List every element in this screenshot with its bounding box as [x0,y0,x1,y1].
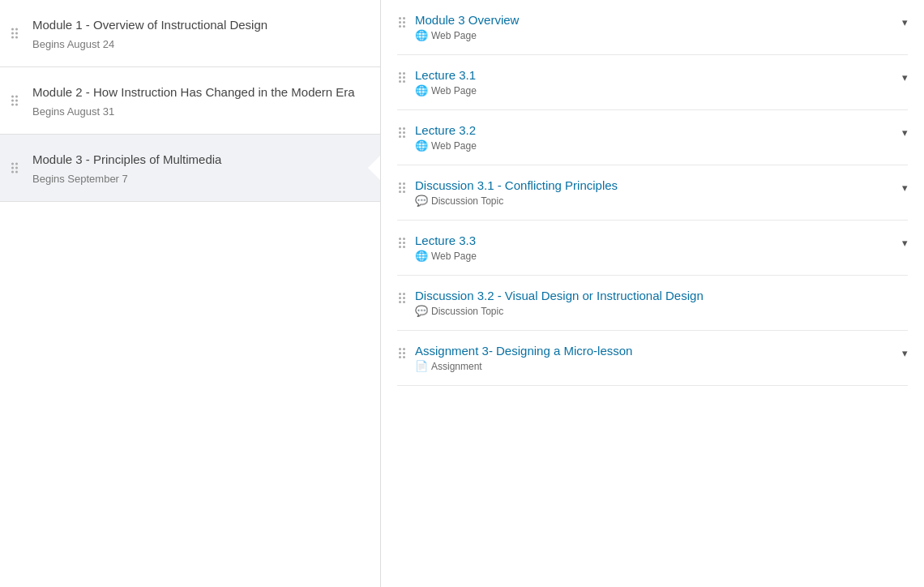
module-item-2[interactable]: Module 2 - How Instruction Has Changed i… [0,67,380,135]
globe-icon-3: 🌐 [415,139,428,152]
content-item-5: Lecture 3.3 🌐 Web Page ▾ [397,221,908,276]
module-title-1: Module 1 - Overview of Instructional Des… [32,16,364,33]
drag-handle-2 [10,94,19,108]
content-info-4: Discussion 3.1 - Conflicting Principles … [415,178,894,207]
content-info-7: Assignment 3- Designing a Micro-lesson 📄… [415,344,894,372]
content-type-7: 📄 Assignment [415,360,894,372]
globe-icon-4: 🌐 [415,250,428,262]
content-type-3: 🌐 Web Page [415,139,894,152]
module-date-2: Begins August 31 [32,105,364,118]
drag-handle-3 [10,161,19,175]
left-panel: Module 1 - Overview of Instructional Des… [0,0,381,587]
module-title-2: Module 2 - How Instruction Has Changed i… [32,84,364,101]
module-date-1: Begins August 24 [32,38,364,50]
content-info-3: Lecture 3.2 🌐 Web Page [415,123,894,152]
content-title-3[interactable]: Lecture 3.2 [415,123,476,137]
chevron-btn-4[interactable]: ▾ [902,182,908,194]
content-drag-4 [397,181,407,195]
chevron-btn-3[interactable]: ▾ [902,126,908,139]
content-item-1: Module 3 Overview 🌐 Web Page ▾ [397,0,908,55]
content-title-1[interactable]: Module 3 Overview [415,13,519,27]
content-item-2: Lecture 3.1 🌐 Web Page ▾ [397,55,908,110]
content-type-5: 🌐 Web Page [415,250,894,262]
content-type-4: 💬 Discussion Topic [415,195,894,207]
right-panel: Module 3 Overview 🌐 Web Page ▾ Lecture 3… [381,0,924,587]
content-type-1: 🌐 Web Page [415,29,894,41]
content-drag-3 [397,126,407,139]
module-item-1[interactable]: Module 1 - Overview of Instructional Des… [0,0,380,67]
content-item-6: Discussion 3.2 - Visual Design or Instru… [397,276,908,331]
content-type-2: 🌐 Web Page [415,84,894,96]
content-title-4[interactable]: Discussion 3.1 - Conflicting Principles [415,178,618,192]
discussion-icon-2: 💬 [415,305,428,317]
chevron-btn-1[interactable]: ▾ [902,16,908,28]
discussion-icon-1: 💬 [415,195,428,207]
globe-icon-2: 🌐 [415,84,428,96]
content-info-2: Lecture 3.1 🌐 Web Page [415,68,894,96]
content-drag-2 [397,71,407,84]
globe-icon-1: 🌐 [415,29,428,41]
module-item-3[interactable]: Module 3 - Principles of Multimedia Begi… [0,135,380,202]
content-drag-6 [397,291,407,305]
content-info-6: Discussion 3.2 - Visual Design or Instru… [415,289,908,317]
chevron-btn-2[interactable]: ▾ [902,71,908,84]
content-drag-5 [397,236,407,250]
content-title-6[interactable]: Discussion 3.2 - Visual Design or Instru… [415,289,704,302]
chevron-btn-7[interactable]: ▾ [902,347,908,359]
content-title-2[interactable]: Lecture 3.1 [415,68,476,82]
content-title-7[interactable]: Assignment 3- Designing a Micro-lesson [415,344,632,358]
content-info-5: Lecture 3.3 🌐 Web Page [415,234,894,262]
content-type-6: 💬 Discussion Topic [415,305,908,317]
module-title-3: Module 3 - Principles of Multimedia [32,151,364,168]
content-drag-7 [397,346,407,360]
content-drag-1 [397,15,407,29]
content-title-5[interactable]: Lecture 3.3 [415,234,476,247]
content-item-4: Discussion 3.1 - Conflicting Principles … [397,165,908,221]
content-info-1: Module 3 Overview 🌐 Web Page [415,13,894,41]
content-item-7: Assignment 3- Designing a Micro-lesson 📄… [397,331,908,386]
content-item-3: Lecture 3.2 🌐 Web Page ▾ [397,110,908,165]
assignment-icon-1: 📄 [415,360,428,372]
drag-handle-1 [10,27,19,41]
chevron-btn-5[interactable]: ▾ [902,237,908,249]
module-date-3: Begins September 7 [32,173,364,185]
main-container: Module 1 - Overview of Instructional Des… [0,0,924,587]
